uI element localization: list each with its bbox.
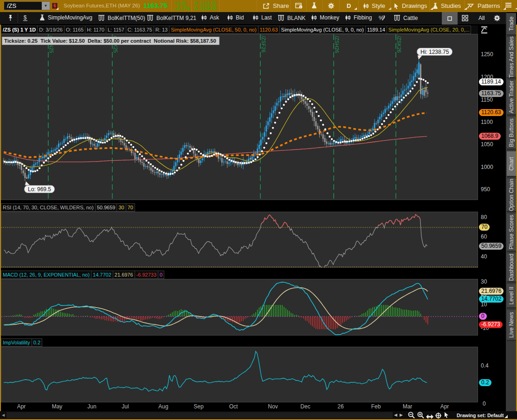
svg-text:/ZSF26: /ZSF26 [261,36,266,52]
svg-text:!: ! [300,6,301,9]
svg-text:/ZSH26: /ZSH26 [334,36,340,53]
svg-text:%: % [379,15,384,21]
svg-text:/ZSK26: /ZSK26 [396,36,402,53]
svg-text:$: $ [24,14,27,21]
